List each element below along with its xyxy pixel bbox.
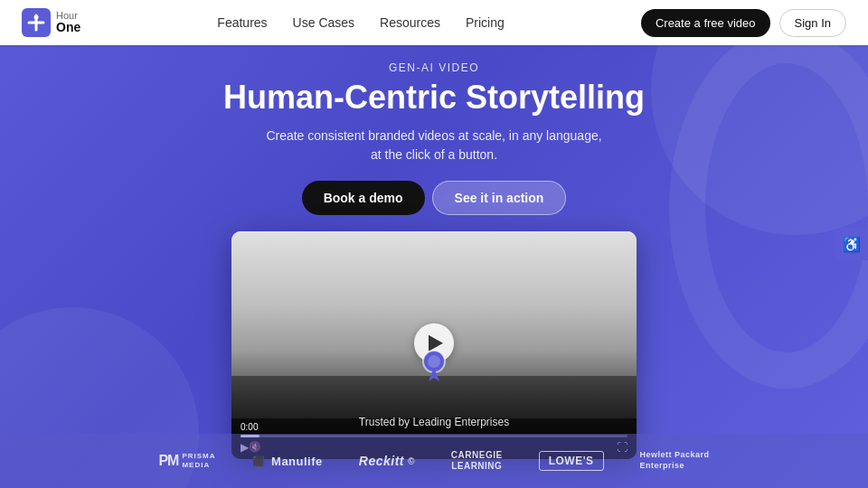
logo[interactable]: Hour One <box>22 8 80 37</box>
trust-section: Trusted by Leading Enterprises PM PRISMA… <box>0 434 868 488</box>
nav-links: Features Use Cases Resources Pricing <box>217 15 504 30</box>
accessibility-icon: ♿ <box>843 236 861 253</box>
hero-buttons: Book a demo See it in action <box>302 181 567 215</box>
trust-logo-lowes: LOWE'S <box>539 451 604 471</box>
signin-button[interactable]: Sign In <box>779 9 846 37</box>
logo-icon <box>22 8 51 37</box>
nav-pricing[interactable]: Pricing <box>466 15 505 30</box>
deco-arc <box>669 27 868 389</box>
hero-tag: GEN-AI VIDEO <box>389 61 479 74</box>
see-in-action-button[interactable]: See it in action <box>432 181 567 215</box>
trust-logo-hpe: Hewlett PackardEnterprise <box>640 450 710 471</box>
svg-point-1 <box>34 15 39 20</box>
trust-logo-manulife: ⬛ Manulife <box>252 455 323 468</box>
trust-logo-reckitt: Reckitt © <box>359 454 415 468</box>
trust-logo-prisma: PM PRISMAMEDIA <box>158 452 215 469</box>
hero-section: GEN-AI VIDEO Human-Centric Storytelling … <box>0 0 868 488</box>
navbar: Hour One Features Use Cases Resources Pr… <box>0 0 868 45</box>
nav-use-cases[interactable]: Use Cases <box>293 15 354 30</box>
nav-resources[interactable]: Resources <box>380 15 440 30</box>
award-icon <box>420 349 448 385</box>
book-demo-button[interactable]: Book a demo <box>302 181 425 215</box>
create-free-video-button[interactable]: Create a free video <box>641 9 770 37</box>
navbar-right: Create a free video Sign In <box>641 9 846 37</box>
svg-point-4 <box>428 355 440 368</box>
trust-logos: PM PRISMAMEDIA ⬛ Manulife Reckitt © CARN… <box>0 450 868 472</box>
nav-features[interactable]: Features <box>217 15 267 30</box>
accessibility-button[interactable]: ♿ <box>835 228 868 260</box>
trust-logo-carnegie: CARNEGIELEARNING <box>451 450 503 472</box>
hero-subtitle: Create consistent branded videos at scal… <box>266 127 601 164</box>
logo-line2: One <box>56 21 80 34</box>
trust-label: Trusted by Leading Enterprises <box>359 416 509 428</box>
hero-title: Human-Centric Storytelling <box>223 80 645 116</box>
